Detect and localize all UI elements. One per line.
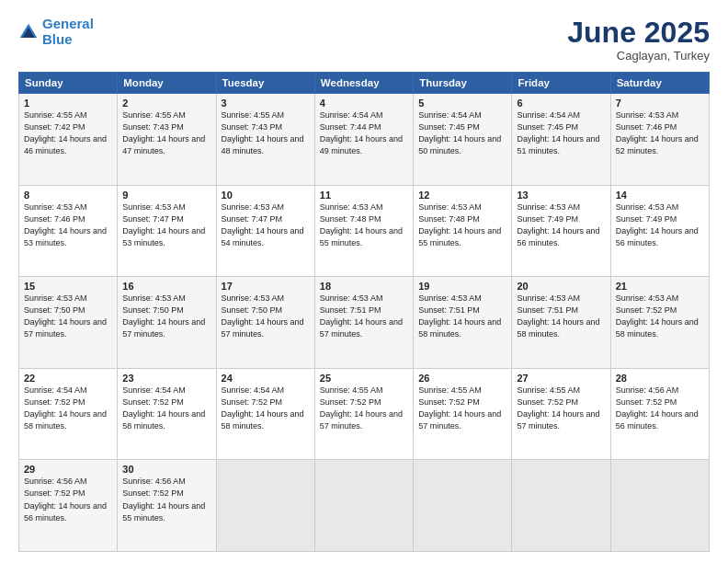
empty-cell [512, 460, 610, 552]
col-wednesday: Wednesday [314, 73, 413, 94]
cell-text-17: Sunrise: 4:53 AMSunset: 7:50 PMDaylight:… [222, 293, 310, 340]
cell-text-11: Sunrise: 4:53 AMSunset: 7:48 PMDaylight:… [320, 201, 408, 249]
cell-text-21: Sunrise: 4:53 AMSunset: 7:52 PMDaylight:… [616, 293, 704, 340]
col-monday: Monday [118, 73, 216, 94]
cell-text-13: Sunrise: 4:53 AMSunset: 7:49 PMDaylight:… [517, 201, 605, 249]
day-cell-5: 5Sunrise: 4:54 AMSunset: 7:45 PMDaylight… [414, 94, 512, 186]
empty-cell [216, 460, 314, 552]
day-cell-25: 25Sunrise: 4:55 AMSunset: 7:52 PMDayligh… [314, 368, 413, 460]
day-cell-13: 13Sunrise: 4:53 AMSunset: 7:49 PMDayligh… [512, 185, 610, 277]
day-cell-16: 16Sunrise: 4:53 AMSunset: 7:50 PMDayligh… [118, 277, 216, 369]
logo-text: General Blue [42, 17, 94, 47]
cell-text-5: Sunrise: 4:54 AMSunset: 7:45 PMDaylight:… [418, 109, 506, 157]
cell-text-26: Sunrise: 4:55 AMSunset: 7:52 PMDaylight:… [418, 385, 506, 432]
day-cell-12: 12Sunrise: 4:53 AMSunset: 7:48 PMDayligh… [414, 185, 512, 277]
col-saturday: Saturday [610, 73, 709, 94]
week-row-4: 22Sunrise: 4:54 AMSunset: 7:52 PMDayligh… [19, 368, 710, 460]
day-cell-4: 4Sunrise: 4:54 AMSunset: 7:44 PMDaylight… [314, 94, 413, 186]
day-cell-2: 2Sunrise: 4:55 AMSunset: 7:43 PMDaylight… [118, 94, 216, 186]
cell-text-20: Sunrise: 4:53 AMSunset: 7:51 PMDaylight:… [517, 293, 605, 340]
cell-text-24: Sunrise: 4:54 AMSunset: 7:52 PMDaylight:… [222, 385, 310, 432]
day-cell-6: 6Sunrise: 4:54 AMSunset: 7:45 PMDaylight… [512, 94, 610, 186]
day-cell-8: 8Sunrise: 4:53 AMSunset: 7:46 PMDaylight… [19, 185, 118, 277]
cell-text-3: Sunrise: 4:55 AMSunset: 7:43 PMDaylight:… [222, 109, 310, 157]
day-cell-22: 22Sunrise: 4:54 AMSunset: 7:52 PMDayligh… [19, 368, 118, 460]
header-row: Sunday Monday Tuesday Wednesday Thursday… [19, 73, 710, 94]
cell-text-10: Sunrise: 4:53 AMSunset: 7:47 PMDaylight:… [222, 201, 310, 249]
cell-text-6: Sunrise: 4:54 AMSunset: 7:45 PMDaylight:… [517, 109, 605, 157]
calendar-table: Sunday Monday Tuesday Wednesday Thursday… [18, 72, 710, 552]
logo-line1: General [42, 16, 94, 31]
empty-cell [314, 460, 413, 552]
day-cell-15: 15Sunrise: 4:53 AMSunset: 7:50 PMDayligh… [19, 277, 118, 369]
day-cell-26: 26Sunrise: 4:55 AMSunset: 7:52 PMDayligh… [414, 368, 512, 460]
empty-cell [610, 460, 709, 552]
day-cell-1: 1Sunrise: 4:55 AMSunset: 7:42 PMDaylight… [19, 94, 118, 186]
day-cell-28: 28Sunrise: 4:56 AMSunset: 7:52 PMDayligh… [610, 368, 709, 460]
cell-text-16: Sunrise: 4:53 AMSunset: 7:50 PMDaylight:… [122, 293, 210, 340]
logo: General Blue [18, 17, 94, 47]
cell-text-30: Sunrise: 4:56 AMSunset: 7:52 PMDaylight:… [122, 476, 210, 523]
logo-icon [18, 22, 39, 42]
col-friday: Friday [512, 73, 610, 94]
cell-text-14: Sunrise: 4:53 AMSunset: 7:49 PMDaylight:… [616, 201, 704, 249]
day-cell-14: 14Sunrise: 4:53 AMSunset: 7:49 PMDayligh… [610, 185, 709, 277]
day-cell-21: 21Sunrise: 4:53 AMSunset: 7:52 PMDayligh… [610, 277, 709, 369]
week-row-2: 8Sunrise: 4:53 AMSunset: 7:46 PMDaylight… [19, 185, 710, 277]
day-cell-10: 10Sunrise: 4:53 AMSunset: 7:47 PMDayligh… [216, 185, 314, 277]
cell-text-19: Sunrise: 4:53 AMSunset: 7:51 PMDaylight:… [418, 293, 506, 340]
week-row-5: 29Sunrise: 4:56 AMSunset: 7:52 PMDayligh… [19, 460, 710, 552]
location: Caglayan, Turkey [567, 49, 710, 63]
logo-line2: Blue [42, 31, 73, 47]
cell-text-9: Sunrise: 4:53 AMSunset: 7:47 PMDaylight:… [122, 201, 210, 249]
week-row-3: 15Sunrise: 4:53 AMSunset: 7:50 PMDayligh… [19, 277, 710, 369]
cell-text-2: Sunrise: 4:55 AMSunset: 7:43 PMDaylight:… [122, 109, 210, 157]
day-cell-3: 3Sunrise: 4:55 AMSunset: 7:43 PMDaylight… [216, 94, 314, 186]
cell-text-15: Sunrise: 4:53 AMSunset: 7:50 PMDaylight:… [24, 293, 112, 340]
day-cell-24: 24Sunrise: 4:54 AMSunset: 7:52 PMDayligh… [216, 368, 314, 460]
day-cell-7: 7Sunrise: 4:53 AMSunset: 7:46 PMDaylight… [610, 94, 709, 186]
title-section: June 2025 Caglayan, Turkey [567, 17, 710, 63]
col-sunday: Sunday [19, 73, 118, 94]
day-cell-11: 11Sunrise: 4:53 AMSunset: 7:48 PMDayligh… [314, 185, 413, 277]
cell-text-7: Sunrise: 4:53 AMSunset: 7:46 PMDaylight:… [616, 109, 704, 157]
empty-cell [414, 460, 512, 552]
cell-text-1: Sunrise: 4:55 AMSunset: 7:42 PMDaylight:… [24, 109, 112, 157]
cell-text-28: Sunrise: 4:56 AMSunset: 7:52 PMDaylight:… [616, 385, 704, 432]
cell-text-25: Sunrise: 4:55 AMSunset: 7:52 PMDaylight:… [320, 385, 408, 432]
week-row-1: 1Sunrise: 4:55 AMSunset: 7:42 PMDaylight… [19, 94, 710, 186]
day-cell-23: 23Sunrise: 4:54 AMSunset: 7:52 PMDayligh… [118, 368, 216, 460]
day-cell-19: 19Sunrise: 4:53 AMSunset: 7:51 PMDayligh… [414, 277, 512, 369]
cell-text-23: Sunrise: 4:54 AMSunset: 7:52 PMDaylight:… [122, 385, 210, 432]
day-cell-17: 17Sunrise: 4:53 AMSunset: 7:50 PMDayligh… [216, 277, 314, 369]
top-section: General Blue June 2025 Caglayan, Turkey [18, 17, 710, 63]
day-cell-20: 20Sunrise: 4:53 AMSunset: 7:51 PMDayligh… [512, 277, 610, 369]
day-cell-30: 30Sunrise: 4:56 AMSunset: 7:52 PMDayligh… [118, 460, 216, 552]
page: General Blue June 2025 Caglayan, Turkey … [0, 0, 728, 563]
cell-text-18: Sunrise: 4:53 AMSunset: 7:51 PMDaylight:… [320, 293, 408, 340]
day-cell-27: 27Sunrise: 4:55 AMSunset: 7:52 PMDayligh… [512, 368, 610, 460]
cell-text-22: Sunrise: 4:54 AMSunset: 7:52 PMDaylight:… [24, 385, 112, 432]
day-cell-18: 18Sunrise: 4:53 AMSunset: 7:51 PMDayligh… [314, 277, 413, 369]
cell-text-29: Sunrise: 4:56 AMSunset: 7:52 PMDaylight:… [24, 476, 112, 523]
col-tuesday: Tuesday [216, 73, 314, 94]
day-cell-29: 29Sunrise: 4:56 AMSunset: 7:52 PMDayligh… [19, 460, 118, 552]
cell-text-12: Sunrise: 4:53 AMSunset: 7:48 PMDaylight:… [418, 201, 506, 249]
day-cell-9: 9Sunrise: 4:53 AMSunset: 7:47 PMDaylight… [118, 185, 216, 277]
col-thursday: Thursday [414, 73, 512, 94]
cell-text-8: Sunrise: 4:53 AMSunset: 7:46 PMDaylight:… [24, 201, 112, 249]
cell-text-27: Sunrise: 4:55 AMSunset: 7:52 PMDaylight:… [517, 385, 605, 432]
month-title: June 2025 [567, 17, 710, 49]
cell-text-4: Sunrise: 4:54 AMSunset: 7:44 PMDaylight:… [320, 109, 408, 157]
